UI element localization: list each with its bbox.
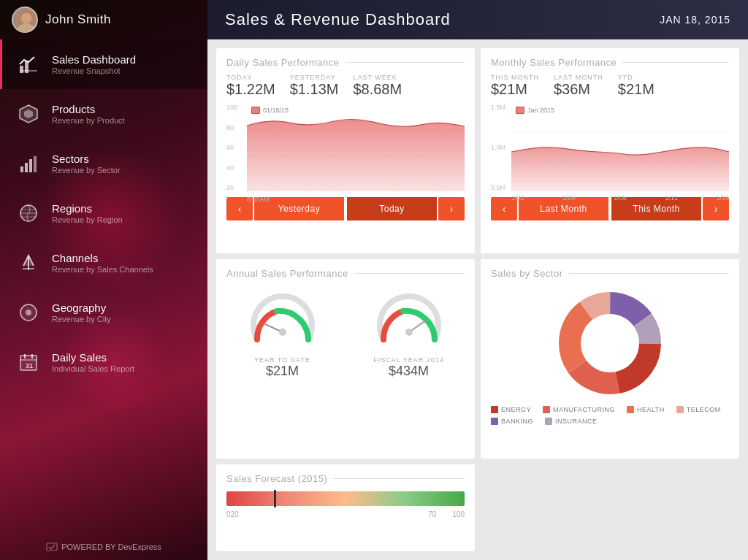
gauge-ytd: YEAR TO DATE $21M xyxy=(246,292,319,379)
user-name: John Smith xyxy=(45,12,111,27)
main-content: Sales & Revenue Dashboard JAN 18, 2015 D… xyxy=(207,0,748,560)
stat-lastmonth: LAST MONTH $36M xyxy=(554,74,603,98)
forecast-bar: 0 20 70 100 xyxy=(226,491,465,518)
legend-health: HEALTH xyxy=(627,406,665,413)
gauge-row: YEAR TO DATE $21M FISCAL YEAR 2014 $434M xyxy=(226,285,465,386)
svg-text:31: 31 xyxy=(26,362,33,369)
svg-rect-11 xyxy=(29,159,32,172)
avatar xyxy=(12,7,38,33)
nav-text-products: Products Revenue by Product xyxy=(52,103,125,125)
stat-today: TODAY $1.22M xyxy=(226,74,275,98)
sidebar-item-regions[interactable]: Regions Revenue by Region xyxy=(0,188,207,238)
sidebar-header: John Smith xyxy=(0,0,207,39)
legend-insurance: INSURANCE xyxy=(545,418,598,425)
footer-text: POWERED BY DevExpress xyxy=(61,542,161,551)
sidebar-item-daily-sales[interactable]: 31 Daily Sales Individual Sales Report xyxy=(0,337,207,387)
monthly-sales-panel: Monthly Sales Performance THIS MONTH $21… xyxy=(481,48,739,253)
sidebar: John Smith Sales Dashboard Revenue Snaps… xyxy=(0,0,207,560)
monthly-stats-row: THIS MONTH $21M LAST MONTH $36M YTD $21M xyxy=(491,74,729,98)
page-title: Sales & Revenue Dashboard xyxy=(225,10,451,29)
daily-chart-svg xyxy=(247,104,465,191)
annual-sales-title: Annual Sales Performance xyxy=(226,268,465,279)
legend-banking: BANKING xyxy=(491,418,533,425)
sector-title: Sales by Sector xyxy=(491,268,729,279)
sidebar-item-sales-dashboard[interactable]: Sales Dashboard Revenue Snapshot xyxy=(0,39,207,89)
sidebar-item-sectors[interactable]: Sectors Revenue by Sector xyxy=(0,139,207,188)
svg-point-34 xyxy=(279,329,286,336)
svg-rect-6 xyxy=(20,70,37,72)
sidebar-item-channels[interactable]: Channels Revenue by Sales Channels xyxy=(0,238,207,288)
sales-by-sector-panel: Sales by Sector xyxy=(481,259,739,458)
x-axis-monthly: 1/021/051/081/111/14 xyxy=(511,194,729,202)
svg-rect-4 xyxy=(20,66,23,73)
svg-rect-9 xyxy=(20,166,23,172)
gauge-fy-svg xyxy=(373,292,446,350)
nav-text-regions: Regions Revenue by Region xyxy=(52,202,123,224)
geography-icon xyxy=(14,298,43,327)
annual-sales-panel: Annual Sales Performance YEAR TO DATE $2… xyxy=(216,259,475,458)
stat-yesterday: YESTERDAY $1.13M xyxy=(290,74,339,98)
legend-energy: ENERGY xyxy=(491,406,531,413)
forecast-track xyxy=(226,491,465,506)
sidebar-item-products[interactable]: Products Revenue by Product xyxy=(0,89,207,139)
nav-text-geography: Geography Revenue by City xyxy=(52,302,111,323)
legend-telecom: TELECOM xyxy=(676,406,721,413)
sector-legend: ENERGY MANUFACTURING HEALTH TELECOM BANK… xyxy=(491,406,729,425)
svg-rect-26 xyxy=(47,543,57,551)
svg-rect-10 xyxy=(25,163,28,172)
forecast-labels: 0 20 70 100 xyxy=(226,510,465,518)
legend-manufacturing: MANUFACTURING xyxy=(543,406,615,413)
daily-chart: 20406080100 01/18/15 xyxy=(226,104,465,191)
y-axis-daily: 20406080100 xyxy=(226,104,247,191)
gauge-ytd-svg xyxy=(246,292,319,350)
daily-sales-title: Daily Sales Performance xyxy=(226,57,465,68)
sidebar-item-geography[interactable]: Geography Revenue by City xyxy=(0,288,207,337)
nav-text-daily-sales: Daily Sales Individual Sales Report xyxy=(52,351,134,373)
donut-chart-container xyxy=(491,285,729,402)
sectors-icon xyxy=(14,149,43,178)
calendar-icon: 31 xyxy=(14,348,43,377)
y-axis-monthly: 0.5M1.0M1.5M xyxy=(491,104,511,191)
svg-point-43 xyxy=(582,315,638,371)
header-date: JAN 18, 2015 xyxy=(660,14,730,26)
nav-text-sales-dashboard: Sales Dashboard Revenue Snapshot xyxy=(52,53,136,75)
monthly-sales-title: Monthly Sales Performance xyxy=(491,57,729,68)
svg-rect-12 xyxy=(34,156,37,172)
daily-stats-row: TODAY $1.22M YESTERDAY $1.13M LAST WEEK … xyxy=(226,74,465,98)
stat-thismonth: THIS MONTH $21M xyxy=(491,74,539,98)
stat-ytd: YTD $21M xyxy=(618,74,654,98)
stat-lastweek: LAST WEEK $8.68M xyxy=(353,74,402,98)
main-header: Sales & Revenue Dashboard JAN 18, 2015 xyxy=(207,0,748,39)
svg-point-20 xyxy=(26,310,31,315)
svg-point-3 xyxy=(21,13,31,23)
gauge-fy: FISCAL YEAR 2014 $434M xyxy=(373,292,446,379)
monthly-chart-svg xyxy=(511,104,729,191)
content-area: Daily Sales Performance TODAY $1.22M YES… xyxy=(207,39,748,560)
channels-icon xyxy=(14,248,43,277)
products-icon xyxy=(14,99,43,129)
nav-text-channels: Channels Revenue by Sales Channels xyxy=(52,252,153,274)
sidebar-footer: POWERED BY DevExpress xyxy=(0,541,207,553)
svg-point-36 xyxy=(405,329,413,336)
monthly-chart: 0.5M1.0M1.5M Jan 2015 xyxy=(491,104,729,191)
chart-icon xyxy=(14,50,43,79)
forecast-panel: Sales Forecast (2015) 0 20 70 100 xyxy=(216,464,475,551)
forecast-title: Sales Forecast (2015) xyxy=(226,473,465,484)
regions-icon xyxy=(14,199,43,228)
nav-text-sectors: Sectors Revenue by Sector xyxy=(52,153,121,174)
daily-sales-panel: Daily Sales Performance TODAY $1.22M YES… xyxy=(216,48,475,253)
donut-chart-svg xyxy=(544,285,676,402)
